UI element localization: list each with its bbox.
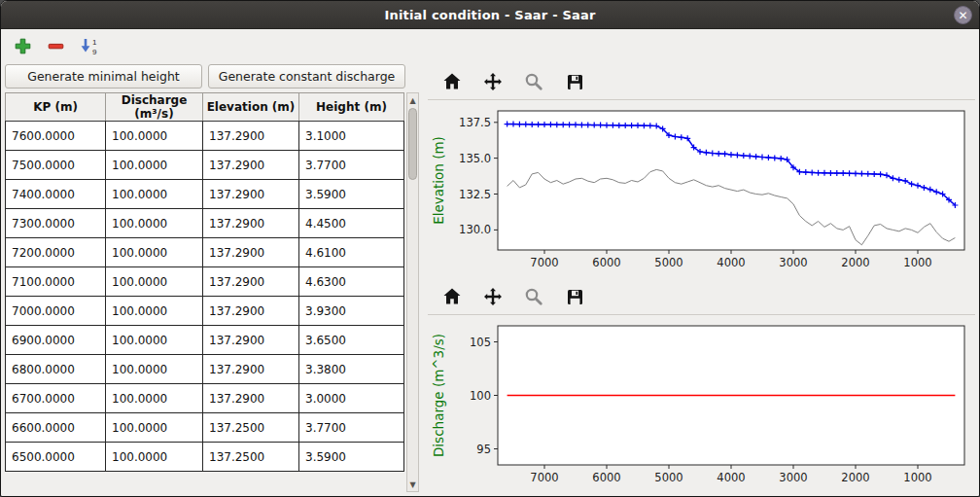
home-button[interactable] [439, 284, 465, 309]
table-cell[interactable]: 3.7700 [299, 151, 404, 180]
table-cell[interactable]: 100.0000 [106, 384, 203, 413]
table-cell[interactable]: 137.2500 [203, 443, 299, 472]
zoom-button[interactable] [521, 284, 546, 309]
svg-text:7000: 7000 [530, 256, 558, 269]
table-cell[interactable]: 7300.0000 [6, 209, 106, 238]
table-cell[interactable]: 3.5900 [299, 443, 404, 472]
table-cell[interactable]: 3.9300 [299, 297, 404, 326]
scrollbar-track[interactable] [407, 107, 418, 478]
table-cell[interactable]: 4.4500 [299, 209, 404, 238]
table-cell[interactable]: 137.2900 [203, 238, 299, 267]
elevation-chart[interactable]: 7000600050004000300020001000130.0132.513… [428, 102, 972, 277]
home-button[interactable] [439, 69, 465, 94]
svg-text:4000: 4000 [717, 256, 745, 269]
scrollbar-thumb[interactable] [408, 108, 417, 180]
initial-condition-table: KP (m)Discharge (m³/s)Elevation (m)Heigh… [5, 92, 404, 472]
add-row-button[interactable] [9, 33, 36, 60]
table-scrollbar[interactable]: ▲ ▼ [406, 92, 419, 492]
table-cell[interactable]: 6900.0000 [6, 326, 106, 355]
table-cell[interactable]: 100.0000 [106, 122, 203, 151]
table-cell[interactable]: 100.0000 [106, 267, 203, 297]
remove-row-button[interactable] [42, 33, 69, 60]
zoom-button[interactable] [521, 69, 546, 94]
pan-button[interactable] [480, 69, 506, 94]
table-cell[interactable]: 100.0000 [106, 180, 203, 209]
scroll-down-icon[interactable]: ▼ [407, 478, 418, 491]
table-cell[interactable]: 3.6500 [299, 326, 404, 355]
table-cell[interactable]: 3.5900 [299, 180, 404, 209]
table-cell[interactable]: 7100.0000 [6, 267, 106, 297]
save-button[interactable] [562, 69, 587, 94]
column-header[interactable]: Elevation (m) [203, 93, 299, 122]
table-cell[interactable]: 7600.0000 [6, 122, 106, 151]
table-row[interactable]: 7600.0000100.0000137.29003.1000 [6, 122, 404, 151]
table-cell[interactable]: 6700.0000 [6, 384, 106, 413]
table-row[interactable]: 6900.0000100.0000137.29003.6500 [6, 326, 404, 355]
scroll-up-icon[interactable]: ▲ [407, 93, 418, 107]
table-cell[interactable]: 100.0000 [106, 151, 203, 180]
table-cell[interactable]: 6600.0000 [6, 413, 106, 443]
table-cell[interactable]: 100.0000 [106, 297, 203, 326]
table-cell[interactable]: 3.0000 [299, 384, 404, 413]
table-cell[interactable]: 137.2900 [203, 326, 299, 355]
elevation-plot-section: 7000600050004000300020001000130.0132.513… [428, 64, 975, 279]
pan-button[interactable] [480, 284, 506, 309]
table-area: KP (m)Discharge (m³/s)Elevation (m)Heigh… [5, 92, 419, 492]
button-row: Generate minimal height Generate constan… [5, 64, 405, 89]
column-header[interactable]: KP (m) [6, 93, 106, 122]
table-cell[interactable]: 137.2900 [203, 267, 299, 297]
table-cell[interactable]: 137.2900 [203, 355, 299, 384]
column-header[interactable]: Discharge (m³/s) [106, 93, 203, 122]
table-cell[interactable]: 4.6100 [299, 238, 404, 267]
table-row[interactable]: 6600.0000100.0000137.25003.7700 [6, 413, 404, 443]
table-cell[interactable]: 137.2900 [203, 384, 299, 413]
titlebar[interactable]: Initial condition - Saar - Saar ✕ [1, 1, 979, 29]
table-cell[interactable]: 137.2900 [203, 209, 299, 238]
table-row[interactable]: 7400.0000100.0000137.29003.5900 [6, 180, 404, 209]
generate-minimal-height-button[interactable]: Generate minimal height [5, 64, 202, 89]
table-row[interactable]: 6800.0000100.0000137.29003.3800 [6, 355, 404, 384]
table-cell[interactable]: 7200.0000 [6, 238, 106, 267]
table-cell[interactable]: 137.2500 [203, 413, 299, 443]
table-cell[interactable]: 7500.0000 [6, 151, 106, 180]
table-row[interactable]: 7500.0000100.0000137.29003.7700 [6, 151, 404, 180]
table-cell[interactable]: 100.0000 [106, 238, 203, 267]
sort-button[interactable]: 1 9 [75, 33, 102, 60]
table-cell[interactable]: 4.6300 [299, 267, 404, 297]
close-button[interactable]: ✕ [954, 6, 972, 24]
svg-text:5000: 5000 [654, 471, 682, 484]
table-cell[interactable]: 137.2900 [203, 151, 299, 180]
table-row[interactable]: 7200.0000100.0000137.29004.6100 [6, 238, 404, 267]
table-cell[interactable]: 100.0000 [106, 355, 203, 384]
table-row[interactable]: 6700.0000100.0000137.29003.0000 [6, 384, 404, 413]
table-row[interactable]: 7100.0000100.0000137.29004.6300 [6, 267, 404, 297]
table-row[interactable]: 6500.0000100.0000137.25003.5900 [6, 443, 404, 472]
table-cell[interactable]: 3.3800 [299, 355, 404, 384]
table-cell[interactable]: 137.2900 [203, 297, 299, 326]
table-row[interactable]: 7300.0000100.0000137.29004.4500 [6, 209, 404, 238]
table-cell[interactable]: 6800.0000 [6, 355, 106, 384]
table-cell[interactable]: 137.2900 [203, 180, 299, 209]
table-cell[interactable]: 3.7700 [299, 413, 404, 443]
table-row[interactable]: 7000.0000100.0000137.29003.9300 [6, 297, 404, 326]
table-cell[interactable]: 100.0000 [106, 209, 203, 238]
table-cell[interactable]: 100.0000 [106, 413, 203, 443]
table-cell[interactable]: 3.1000 [299, 122, 404, 151]
table-cell[interactable]: 100.0000 [106, 443, 203, 472]
table-cell[interactable]: 100.0000 [106, 326, 203, 355]
save-button[interactable] [562, 284, 587, 309]
svg-text:1: 1 [92, 38, 97, 47]
sort-numeric-icon: 1 9 [79, 37, 99, 56]
table-cell[interactable]: 6500.0000 [6, 443, 106, 472]
table-cell[interactable]: 137.2900 [203, 122, 299, 151]
discharge-chart[interactable]: 700060005000400030002000100095100105Disc… [428, 317, 972, 492]
zoom-icon [524, 72, 543, 91]
svg-text:7000: 7000 [530, 471, 558, 484]
content: Generate minimal height Generate constan… [1, 63, 979, 496]
svg-text:132.5: 132.5 [459, 188, 491, 201]
generate-constant-discharge-button[interactable]: Generate constant discharge [208, 64, 405, 89]
table-cell[interactable]: 7000.0000 [6, 297, 106, 326]
zoom-icon [524, 287, 543, 306]
table-cell[interactable]: 7400.0000 [6, 180, 106, 209]
column-header[interactable]: Height (m) [299, 93, 404, 122]
